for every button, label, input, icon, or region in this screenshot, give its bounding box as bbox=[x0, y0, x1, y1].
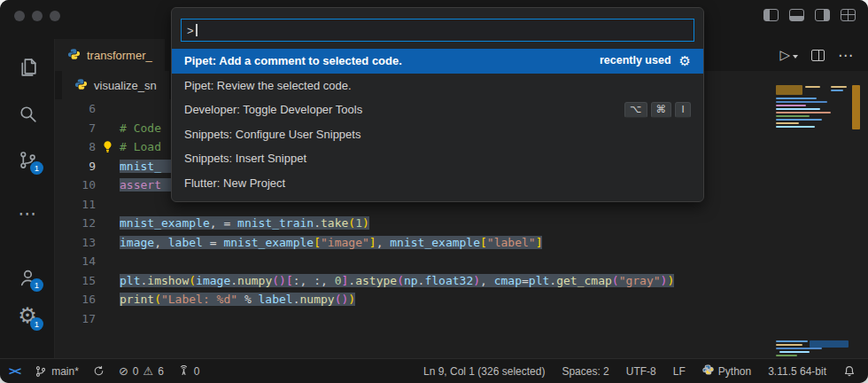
settings-badge: 1 bbox=[30, 317, 43, 331]
sync-icon bbox=[93, 365, 105, 377]
tab-label: visualize_sn bbox=[94, 79, 157, 92]
source-control-badge: 1 bbox=[30, 161, 43, 175]
palette-item-label: Preferences: Open User Settings bbox=[184, 195, 691, 202]
line-number: 13 bbox=[55, 233, 96, 253]
command-palette: Pipet: Add a comment to selected code. r… bbox=[171, 7, 704, 202]
editor-actions: ▷ ⋯ bbox=[779, 39, 854, 71]
line-number: 14 bbox=[55, 252, 96, 271]
activity-bar: 1 ⋯ 1 ⚙ 1 bbox=[0, 39, 55, 358]
configure-keybinding-icon[interactable]: ⚙ bbox=[679, 54, 691, 67]
warning-count: 6 bbox=[158, 365, 164, 378]
language-mode[interactable]: Python bbox=[702, 364, 751, 378]
lightbulb-icon[interactable] bbox=[101, 140, 114, 153]
tab-label: transformer_ bbox=[87, 49, 152, 62]
settings-gear-icon[interactable]: ⚙ 1 bbox=[12, 300, 43, 332]
key-command: ⌘ bbox=[651, 102, 672, 118]
encoding[interactable]: UTF-8 bbox=[626, 365, 656, 378]
traffic-lights bbox=[14, 11, 60, 21]
code-line[interactable]: 15plt.imshow(image.numpy()[:, :, 0].asty… bbox=[55, 271, 868, 291]
python-file-icon bbox=[74, 78, 88, 90]
minimize-window-button[interactable] bbox=[32, 11, 43, 21]
warnings-icon: ⚠ bbox=[143, 365, 153, 377]
python-file-icon-slot bbox=[67, 48, 81, 63]
line-number: 8 bbox=[55, 137, 96, 157]
problems-item[interactable]: ⊘ 0 ⚠ 6 bbox=[119, 365, 164, 378]
status-bar: >< main* ⊘ 0 ⚠ 6 bbox=[0, 358, 868, 383]
radio-tower-icon bbox=[178, 365, 190, 377]
python-logo-slot bbox=[702, 364, 714, 378]
toggle-panel-icon[interactable] bbox=[789, 9, 804, 21]
key-i: I bbox=[675, 102, 691, 118]
line-number: 6 bbox=[55, 99, 96, 119]
line-number: 11 bbox=[55, 195, 96, 215]
code-line[interactable]: 14 bbox=[55, 252, 868, 271]
palette-item-insert-snippet[interactable]: Snippets: Insert Snippet bbox=[172, 146, 703, 171]
language-label: Python bbox=[718, 365, 751, 378]
palette-item-open-user-settings[interactable]: Preferences: Open User Settings bbox=[172, 195, 703, 202]
palette-item-label: Snippets: Configure User Snippets bbox=[184, 122, 691, 147]
code-line[interactable]: 16print("Label: %d" % label.numpy()) bbox=[55, 290, 868, 309]
explorer-icon[interactable] bbox=[12, 51, 43, 82]
source-control-icon[interactable]: 1 bbox=[12, 144, 43, 176]
errors-icon: ⊘ bbox=[119, 365, 128, 377]
line-number: 15 bbox=[55, 271, 96, 291]
key-option: ⌥ bbox=[624, 102, 647, 118]
ports-count: 0 bbox=[194, 365, 200, 378]
run-options-chevron-icon[interactable] bbox=[793, 55, 798, 59]
palette-item-label: Pipet: Review the selected code. bbox=[184, 74, 691, 98]
text-cursor bbox=[196, 24, 198, 36]
palette-item-configure-snippets[interactable]: Snippets: Configure User Snippets bbox=[172, 122, 703, 147]
palette-item-label: Flutter: New Project bbox=[184, 171, 691, 196]
tab-visualize[interactable]: visualize_sn bbox=[62, 71, 169, 99]
code-line[interactable]: 12mnist_example, = mnist_train.take(1) bbox=[55, 214, 868, 233]
toggle-primary-sidebar-icon[interactable] bbox=[763, 9, 779, 21]
bell-icon bbox=[843, 365, 856, 378]
palette-item-toggle-devtools[interactable]: Developer: Toggle Developer Tools ⌥ ⌘ I bbox=[172, 98, 703, 122]
python-file-icon-slot bbox=[74, 78, 88, 93]
sync-changes-button[interactable] bbox=[93, 365, 105, 377]
accounts-icon[interactable]: 1 bbox=[12, 261, 43, 293]
branch-name: main* bbox=[51, 365, 79, 378]
line-number: 16 bbox=[55, 290, 96, 309]
command-input[interactable] bbox=[182, 24, 694, 37]
palette-item-label: Snippets: Insert Snippet bbox=[184, 146, 691, 171]
search-icon[interactable] bbox=[12, 98, 43, 129]
code-line[interactable]: 17 bbox=[55, 309, 868, 329]
toggle-secondary-sidebar-icon[interactable] bbox=[815, 9, 830, 21]
eol-sequence[interactable]: LF bbox=[673, 365, 686, 378]
line-number: 12 bbox=[55, 214, 96, 233]
split-editor-icon[interactable] bbox=[811, 50, 825, 61]
palette-item-label: Pipet: Add a comment to selected code. bbox=[184, 49, 600, 74]
run-python-file-button[interactable]: ▷ bbox=[779, 47, 798, 63]
command-input-box[interactable] bbox=[181, 19, 694, 42]
cursor-position[interactable]: Ln 9, Col 1 (326 selected) bbox=[423, 365, 545, 378]
python-interpreter[interactable]: 3.11.5 64-bit bbox=[768, 365, 826, 378]
more-actions-icon[interactable]: ⋯ bbox=[838, 46, 854, 65]
line-number: 10 bbox=[55, 176, 96, 195]
code-line[interactable]: 13image, label = mnist_example["image"],… bbox=[55, 233, 868, 253]
line-number: 9 bbox=[55, 157, 96, 176]
remote-indicator[interactable]: >< bbox=[9, 364, 20, 378]
error-count: 0 bbox=[133, 365, 139, 378]
line-number: 7 bbox=[55, 119, 96, 138]
palette-item-pipet-review[interactable]: Pipet: Review the selected code. bbox=[172, 74, 703, 98]
tab-transformer[interactable]: transformer_ bbox=[55, 39, 165, 71]
customize-layout-icon[interactable] bbox=[841, 9, 856, 21]
more-views-icon[interactable]: ⋯ bbox=[12, 197, 43, 229]
vscode-window: 1 ⋯ 1 ⚙ 1 67# Code8 # Load9mnist_10asser… bbox=[0, 0, 868, 383]
python-file-icon bbox=[67, 48, 81, 60]
palette-item-pipet-add-comment[interactable]: Pipet: Add a comment to selected code. r… bbox=[172, 49, 703, 74]
close-window-button[interactable] bbox=[14, 11, 25, 21]
git-branch-item[interactable]: main* bbox=[35, 365, 79, 378]
accounts-badge: 1 bbox=[30, 278, 43, 292]
ports-item[interactable]: 0 bbox=[178, 365, 200, 378]
indentation[interactable]: Spaces: 2 bbox=[562, 365, 608, 378]
notifications-bell[interactable] bbox=[843, 365, 856, 378]
palette-item-label: Developer: Toggle Developer Tools bbox=[184, 98, 624, 122]
recently-used-label: recently used bbox=[600, 49, 671, 74]
python-file-icon bbox=[702, 364, 714, 375]
branch-icon bbox=[35, 365, 47, 378]
zoom-window-button[interactable] bbox=[50, 11, 60, 21]
palette-item-flutter-new-project[interactable]: Flutter: New Project bbox=[172, 171, 703, 196]
palette-list: Pipet: Add a comment to selected code. r… bbox=[172, 49, 703, 202]
